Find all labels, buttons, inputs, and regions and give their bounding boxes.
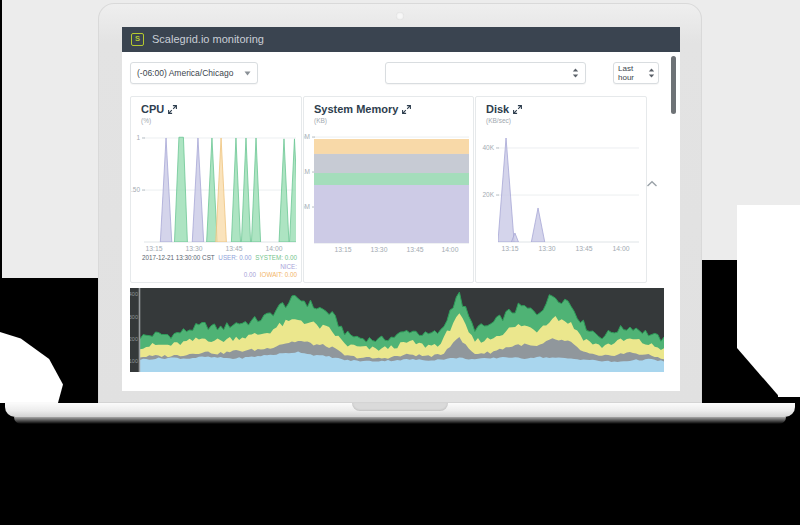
svg-text:13:30: 13:30 xyxy=(370,246,387,253)
timezone-select-value: (-06:00) America/Chicago xyxy=(137,68,233,78)
svg-text:391M: 391M xyxy=(304,168,310,175)
collapse-chevron-icon[interactable] xyxy=(643,175,661,193)
transparency-artifact xyxy=(702,260,737,403)
time-range-select[interactable]: Last hour xyxy=(613,62,659,84)
svg-text:400: 400 xyxy=(130,291,138,297)
app-title: Scalegrid.io monitoring xyxy=(152,27,264,52)
svg-text:100: 100 xyxy=(130,358,138,364)
laptop-base-shadow xyxy=(14,417,786,424)
updown-arrows-icon xyxy=(648,68,654,78)
svg-text:13:45: 13:45 xyxy=(407,246,424,253)
svg-text:586M: 586M xyxy=(304,133,310,140)
svg-text:300: 300 xyxy=(130,314,138,320)
svg-text:20K: 20K xyxy=(482,191,494,198)
svg-text:14:00: 14:00 xyxy=(265,245,282,252)
svg-text:40K: 40K xyxy=(482,144,494,151)
legend-iowait: IOWAIT: 0.00 xyxy=(260,271,297,278)
legend-timestamp: 2017-12-21 13:30:00 CST xyxy=(142,254,215,261)
laptop-camera xyxy=(396,12,404,20)
app-header: S Scalegrid.io monitoring xyxy=(122,27,680,52)
scalegrid-logo-icon: S xyxy=(131,33,144,46)
legend-system: SYSTEM: 0.00 xyxy=(255,254,297,261)
svg-text:13:15: 13:15 xyxy=(146,245,163,252)
legend-nice-value: 0.00 xyxy=(244,271,256,278)
svg-text:13:15: 13:15 xyxy=(334,246,351,253)
metric-select[interactable] xyxy=(385,62,586,84)
svg-text:13:45: 13:45 xyxy=(576,245,593,252)
svg-text:195M: 195M xyxy=(304,203,310,210)
time-range-select-value: Last hour xyxy=(618,64,648,82)
svg-text:1: 1 xyxy=(136,134,140,141)
background-gray xyxy=(2,205,98,278)
legend-user: USER: 0.00 xyxy=(218,254,251,261)
svg-text:13:30: 13:30 xyxy=(186,245,203,252)
legend-nice: NICE: xyxy=(280,263,297,270)
svg-text:200: 200 xyxy=(130,336,138,342)
cpu-panel: CPU (%) 10.5013:1513:3013:4514:00 2017-1… xyxy=(130,96,302,283)
svg-text:13:15: 13:15 xyxy=(501,245,518,252)
cpu-legend: 2017-12-21 13:30:00 CST USER: 0.00 SYSTE… xyxy=(135,254,297,280)
laptop-hinge-notch xyxy=(352,403,448,411)
caret-down-icon xyxy=(244,71,251,76)
svg-text:14:00: 14:00 xyxy=(441,246,458,253)
scrollbar-thumb[interactable] xyxy=(671,56,676,114)
timezone-select[interactable]: (-06:00) America/Chicago xyxy=(130,62,258,84)
svg-text:14:00: 14:00 xyxy=(612,245,629,252)
updown-arrows-icon xyxy=(572,68,579,78)
app-window: S Scalegrid.io monitoring (-06:00) Ameri… xyxy=(122,27,680,391)
laptop-base xyxy=(5,403,795,417)
disk-chart[interactable]: 40K20K13:1513:3013:4514:00 xyxy=(476,97,646,282)
svg-text:13:45: 13:45 xyxy=(225,245,242,252)
memory-panel: System Memory (KB) 586M391M195M13:1513:3… xyxy=(303,96,474,283)
page-background: S Scalegrid.io monitoring (-06:00) Ameri… xyxy=(0,0,800,525)
svg-text:13:30: 13:30 xyxy=(539,245,556,252)
svg-text:0.50: 0.50 xyxy=(131,186,140,193)
disk-panel: Disk (KB/sec) 40K20K13:1513:3013:4514:00 xyxy=(475,96,647,283)
memory-chart[interactable]: 586M391M195M13:1513:3013:4514:00 xyxy=(304,97,473,282)
overview-chart[interactable]: 400300200100 xyxy=(130,288,664,372)
